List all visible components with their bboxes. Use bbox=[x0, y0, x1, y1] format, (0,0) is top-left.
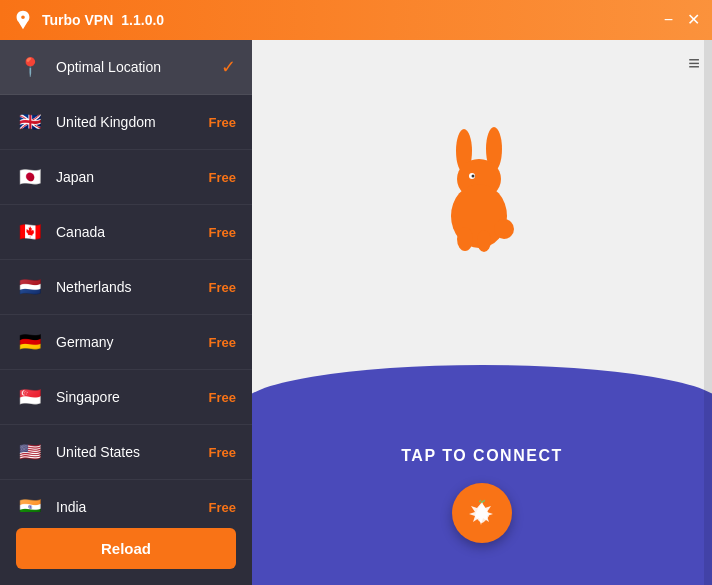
sidebar-item-netherlands[interactable]: 🇳🇱 Netherlands Free bbox=[0, 260, 252, 315]
sidebar-item-japan[interactable]: 🇯🇵 Japan Free bbox=[0, 150, 252, 205]
svg-point-4 bbox=[494, 219, 514, 239]
bottom-section: TAP TO CONNECT bbox=[252, 405, 712, 585]
item-name: Netherlands bbox=[56, 279, 209, 295]
minimize-button[interactable]: − bbox=[664, 12, 673, 28]
app-version: 1.1.0.0 bbox=[121, 12, 164, 28]
connect-button[interactable] bbox=[452, 483, 512, 543]
flag-icon: 🇳🇱 bbox=[16, 273, 44, 301]
app-name: Turbo VPN bbox=[42, 12, 113, 28]
sidebar-item-uk[interactable]: 🇬🇧 United Kingdom Free bbox=[0, 95, 252, 150]
close-button[interactable]: ✕ bbox=[687, 12, 700, 28]
free-badge: Free bbox=[209, 500, 236, 513]
app-logo: Turbo VPN 1.1.0.0 bbox=[12, 9, 164, 31]
item-name: Germany bbox=[56, 334, 209, 350]
svg-point-8 bbox=[472, 175, 475, 178]
pin-icon: 📍 bbox=[16, 53, 44, 81]
free-badge: Free bbox=[209, 170, 236, 185]
item-name: India bbox=[56, 499, 209, 512]
sidebar-item-canada[interactable]: 🇨🇦 Canada Free bbox=[0, 205, 252, 260]
flag-icon: 🇺🇸 bbox=[16, 438, 44, 466]
reload-section: Reload bbox=[0, 512, 252, 585]
item-name: Canada bbox=[56, 224, 209, 240]
tap-label: TAP TO CONNECT bbox=[401, 447, 562, 465]
sidebar-item-singapore[interactable]: 🇸🇬 Singapore Free bbox=[0, 370, 252, 425]
rabbit-illustration bbox=[422, 121, 542, 265]
free-badge: Free bbox=[209, 390, 236, 405]
item-name: Japan bbox=[56, 169, 209, 185]
flag-icon: 🇸🇬 bbox=[16, 383, 44, 411]
free-badge: Free bbox=[209, 225, 236, 240]
flag-icon: 🇯🇵 bbox=[16, 163, 44, 191]
free-badge: Free bbox=[209, 335, 236, 350]
main-container: 📍 Optimal Location ✓ 🇬🇧 United Kingdom F… bbox=[0, 40, 712, 585]
free-badge: Free bbox=[209, 280, 236, 295]
free-badge: Free bbox=[209, 115, 236, 130]
window-controls: − ✕ bbox=[664, 12, 700, 28]
right-panel: ≡ bbox=[252, 40, 712, 585]
item-name: Singapore bbox=[56, 389, 209, 405]
check-icon: ✓ bbox=[221, 56, 236, 78]
flag-icon: 🇨🇦 bbox=[16, 218, 44, 246]
flag-icon: 🇩🇪 bbox=[16, 328, 44, 356]
top-area: ≡ bbox=[252, 40, 712, 405]
sidebar-item-germany[interactable]: 🇩🇪 Germany Free bbox=[0, 315, 252, 370]
logo-icon bbox=[12, 9, 34, 31]
reload-button[interactable]: Reload bbox=[16, 528, 236, 569]
sidebar-item-india[interactable]: 🇮🇳 India Free bbox=[0, 480, 252, 512]
server-list: 📍 Optimal Location ✓ 🇬🇧 United Kingdom F… bbox=[0, 40, 252, 512]
menu-icon[interactable]: ≡ bbox=[688, 52, 700, 75]
sidebar: 📍 Optimal Location ✓ 🇬🇧 United Kingdom F… bbox=[0, 40, 252, 585]
free-badge: Free bbox=[209, 445, 236, 460]
flag-icon: 🇮🇳 bbox=[16, 493, 44, 512]
flag-icon: 🇬🇧 bbox=[16, 108, 44, 136]
svg-point-5 bbox=[457, 227, 473, 251]
svg-point-6 bbox=[477, 230, 491, 252]
scrollbar[interactable] bbox=[704, 40, 712, 585]
sidebar-item-us[interactable]: 🇺🇸 United States Free bbox=[0, 425, 252, 480]
item-name: United States bbox=[56, 444, 209, 460]
title-bar: Turbo VPN 1.1.0.0 − ✕ bbox=[0, 0, 712, 40]
item-name: United Kingdom bbox=[56, 114, 209, 130]
item-name: Optimal Location bbox=[56, 59, 215, 75]
sidebar-item-optimal[interactable]: 📍 Optimal Location ✓ bbox=[0, 40, 252, 95]
